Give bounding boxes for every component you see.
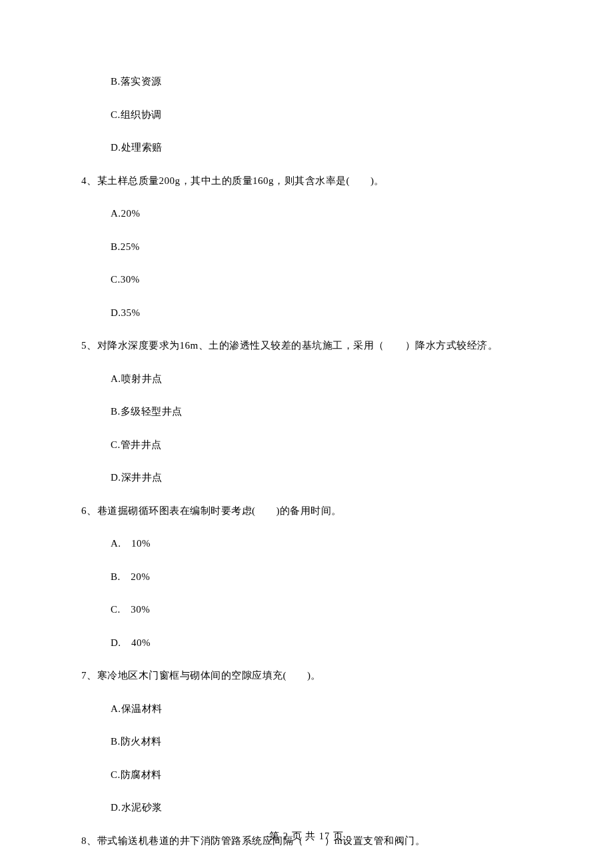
q6-option-c: C. 30%: [81, 603, 540, 617]
q6-option-a: A. 10%: [81, 537, 540, 551]
q3-option-b: B.落实资源: [81, 75, 540, 89]
q6-option-d: D. 40%: [81, 636, 540, 650]
q4-option-b: B.25%: [81, 240, 540, 254]
q3-option-c: C.组织协调: [81, 108, 540, 122]
q4-stem: 4、某土样总质量200g，其中土的质量160g，则其含水率是( )。: [81, 174, 540, 188]
q7-option-b: B.防火材料: [81, 735, 540, 749]
q7-option-c: C.防腐材料: [81, 768, 540, 782]
q5-option-a: A.喷射井点: [81, 372, 540, 386]
q5-stem: 5、对降水深度要求为16m、土的渗透性又较差的基坑施工，采用（ ）降水方式较经济…: [81, 339, 540, 353]
q3-option-d: D.处理索赔: [81, 141, 540, 155]
q4-option-a: A.20%: [81, 207, 540, 221]
q4-option-d: D.35%: [81, 306, 540, 320]
q5-option-b: B.多级轻型井点: [81, 405, 540, 419]
q7-stem: 7、寒冷地区木门窗框与砌体间的空隙应填充( )。: [81, 669, 540, 683]
q6-stem: 6、巷道掘砌循环图表在编制时要考虑( )的备用时间。: [81, 504, 540, 518]
q7-option-a: A.保温材料: [81, 702, 540, 716]
q4-option-c: C.30%: [81, 273, 540, 287]
q6-option-b: B. 20%: [81, 570, 540, 584]
q5-option-d: D.深井井点: [81, 471, 540, 485]
page-container: B.落实资源 C.组织协调 D.处理索赔 4、某土样总质量200g，其中土的质量…: [0, 0, 613, 868]
q7-option-d: D.水泥砂浆: [81, 801, 540, 815]
page-footer: 第 2 页 共 17 页: [0, 830, 613, 843]
q5-option-c: C.管井井点: [81, 438, 540, 452]
